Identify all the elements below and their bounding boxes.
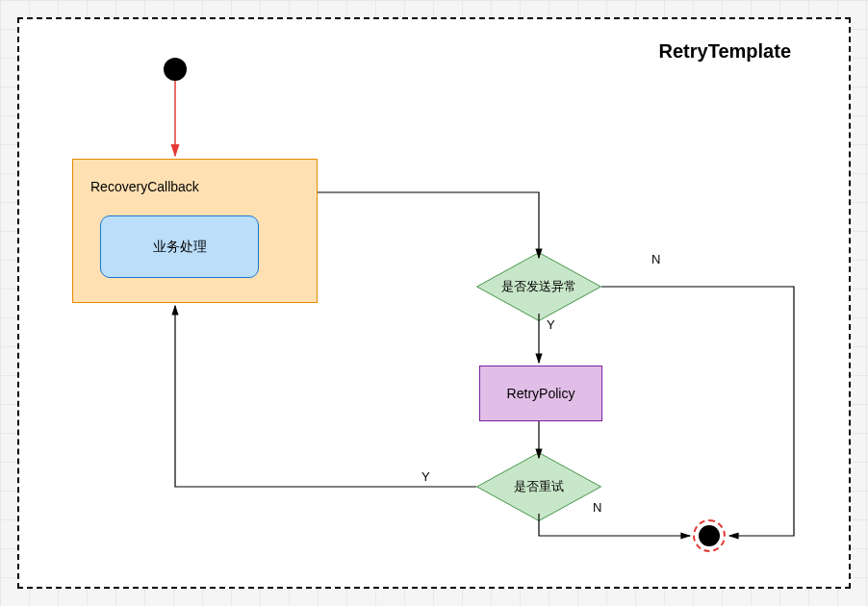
start-node: [164, 58, 187, 81]
decision-exception-label: 是否发送异常: [476, 262, 601, 312]
business-processing-box: 业务处理: [100, 215, 259, 278]
recovery-callback-box: RecoveryCallback 业务处理: [72, 159, 318, 303]
decision-retry: 是否重试: [476, 462, 601, 512]
diagram-title: RetryTemplate: [659, 40, 791, 63]
retry-policy-label: RetryPolicy: [507, 386, 575, 401]
end-node: [693, 519, 726, 552]
label-y-2: Y: [421, 469, 430, 484]
decision-exception: 是否发送异常: [476, 262, 601, 312]
label-n-1: N: [651, 252, 660, 266]
arrows-layer: [19, 19, 853, 591]
recovery-callback-label: RecoveryCallback: [90, 179, 199, 194]
diagram-frame: RetryTemplate RecoveryCallback 业务处理 是否发送…: [17, 17, 851, 589]
label-y-1: Y: [547, 317, 555, 332]
decision-retry-label: 是否重试: [476, 462, 601, 512]
business-processing-label: 业务处理: [153, 239, 207, 256]
retry-policy-box: RetryPolicy: [479, 366, 602, 421]
